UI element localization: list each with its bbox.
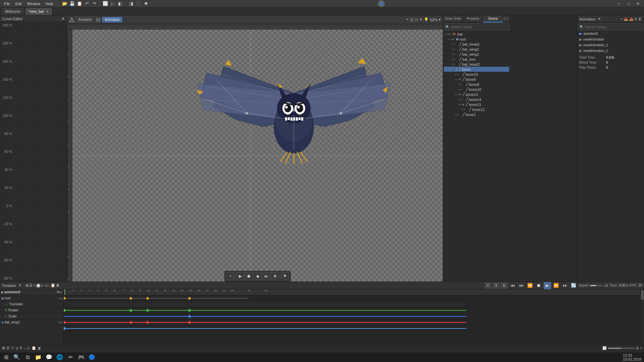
tree-item-bone8[interactable]: ▾ ╱ bone8 — [444, 77, 509, 82]
timeline-scroll-thumb[interactable] — [641, 290, 644, 300]
menu-edit[interactable]: Edit — [13, 1, 24, 6]
tab-new-bat[interactable]: *new_bat ✕ — [25, 7, 52, 15]
track-eye-icon[interactable]: 👁 — [57, 291, 60, 294]
tl-footer-icon1[interactable]: ⊞ — [2, 346, 5, 350]
tree-item-root[interactable]: ▾ ◈ root — [444, 37, 509, 42]
vp-keyframe-icon[interactable]: ◆ — [254, 272, 262, 280]
tree-item-bat-wing1[interactable]: ▸ ╱ bat_wing1 — [444, 52, 509, 57]
tree-item-bone10[interactable]: ▸ ╱ bone10 — [444, 87, 509, 92]
vp-stop-icon[interactable]: ⏹ — [245, 272, 253, 280]
filter-icon[interactable]: ▽ — [503, 17, 506, 21]
anim-item-1[interactable]: ▶ newAnimation — [577, 37, 644, 42]
kf-anim0-frame0[interactable] — [64, 297, 66, 300]
e-button[interactable]: E — [501, 283, 507, 289]
tb-icon5[interactable]: ⬛ — [135, 0, 142, 7]
tree-item-bone13[interactable]: ▾ ╱ bone13 — [444, 92, 509, 97]
scene-tab[interactable]: Scene — [483, 15, 503, 22]
kf-translate-8[interactable] — [129, 309, 132, 312]
tree-item-bone15[interactable]: ▸ ╱ bone15 — [444, 72, 509, 77]
tree-item-bone12[interactable]: ▸ ╱ bone12 — [444, 107, 509, 112]
pb-loop-icon[interactable]: 🔄 — [570, 282, 577, 289]
view-icon1[interactable]: ◫ — [410, 17, 414, 22]
speed-slider[interactable] — [590, 285, 603, 286]
tl-zoom-icon[interactable]: ⬜ — [602, 346, 606, 350]
kf-translate-0[interactable] — [64, 309, 66, 312]
property-tab[interactable]: Property — [463, 15, 483, 22]
taskbar-explorer[interactable]: 📁 — [34, 353, 43, 362]
curve-grid[interactable] — [13, 22, 67, 282]
tb-open-icon[interactable]: 📋 — [76, 0, 83, 7]
vp-play-icon[interactable]: ▶ — [236, 272, 244, 280]
vp-end-icon[interactable]: ⏭ — [262, 272, 270, 280]
pb-stop-icon[interactable]: ⏹ — [535, 282, 542, 289]
taskbar-task-view[interactable]: ⧉ — [23, 353, 32, 362]
taskbar-browser[interactable]: 🌐 — [55, 353, 64, 362]
taskbar-chat[interactable]: 💬 — [44, 353, 54, 362]
tree-item-bone9[interactable]: ▸ ╱ bone9 — [444, 82, 509, 87]
tb-icon2[interactable]: ▷ — [109, 0, 116, 7]
menu-window[interactable]: Window — [24, 1, 43, 6]
pb-play-icon[interactable]: ▶ — [544, 282, 551, 289]
vp-flag-icon[interactable]: ⚑ — [281, 272, 289, 280]
kf-anim0-frame8[interactable] — [129, 297, 132, 300]
tl-icon6[interactable]: 🗑 — [56, 283, 60, 288]
maximize-button[interactable]: □ — [624, 0, 633, 7]
menu-help[interactable]: Help — [43, 1, 56, 6]
taskbar-notepad[interactable]: ✏ — [66, 353, 75, 362]
pb-back-icon[interactable]: ⏪ — [526, 282, 534, 289]
kf-rotate-15[interactable] — [188, 315, 191, 318]
track-root-arrow[interactable]: ▸ — [60, 297, 62, 300]
tl-icon4[interactable]: ⬦ — [48, 283, 50, 288]
pb-next-icon[interactable]: ⏩ — [552, 282, 560, 289]
taskbar-app1[interactable]: 🎮 — [76, 353, 86, 362]
taskbar-app2[interactable]: 🔵 — [87, 353, 97, 362]
track-wing-eye[interactable]: • — [59, 321, 60, 324]
tb-new-icon[interactable]: 📂 — [61, 0, 68, 7]
tl-snap-icon[interactable]: ⊞ — [25, 283, 29, 288]
tree-item-bat-tors[interactable]: ▸ ╱ bat_tors — [444, 57, 509, 62]
draw-order-tab[interactable]: Draw Orde — [443, 15, 463, 22]
anim-item-0[interactable]: ▶ animtion0 — [577, 31, 644, 37]
tl-zoom-slider[interactable] — [608, 348, 635, 349]
anim-panel-close[interactable]: ✕ — [598, 17, 601, 21]
kf-translate-10[interactable] — [146, 309, 149, 312]
kf-scale-8[interactable] — [129, 321, 132, 324]
anim-delete-icon[interactable]: 🗑 — [638, 17, 642, 21]
minimize-button[interactable]: ─ — [614, 0, 624, 7]
vp-pos-icon[interactable]: ✥ — [271, 272, 279, 280]
tl-icon3[interactable]: ◁ — [44, 283, 47, 288]
anim-item-2[interactable]: ▶ newAnimation_1 — [577, 42, 644, 48]
tree-item-bat-head2[interactable]: ▸ ╱ bat_head2 — [444, 62, 509, 67]
pb-prev-icon[interactable]: ⏭ — [518, 282, 525, 289]
tl-footer-icon3[interactable]: ▽ — [11, 346, 14, 350]
kf-translate-15[interactable] — [188, 309, 191, 312]
animation-mode-button[interactable]: Animation — [102, 17, 122, 22]
cursor-icon[interactable]: ↖ — [406, 17, 409, 22]
tl-footer-add[interactable]: ↻ — [19, 346, 22, 350]
tl-icon2[interactable]: ▷ — [41, 283, 44, 288]
kf-scale-10[interactable] — [146, 321, 149, 324]
tb-icon1[interactable]: ⬜ — [102, 0, 109, 7]
tl-footer-del3[interactable]: 🗑 — [38, 346, 41, 350]
tree-item-bat-head1[interactable]: ▸ ╱ bat_head1 — [444, 42, 509, 47]
timeline-close[interactable]: ✕ — [18, 283, 21, 288]
pb-last-icon[interactable]: ⏭ — [561, 282, 569, 289]
search-library-input[interactable] — [451, 25, 507, 29]
view-icon3[interactable]: ☀ — [419, 17, 423, 22]
anim-export-icon[interactable]: 📤 — [629, 17, 634, 21]
track-wing-arrow[interactable]: ▸ — [60, 321, 62, 324]
tb-redo-icon[interactable]: ↷ — [91, 0, 98, 7]
taskbar-search[interactable]: 🔍 — [12, 353, 21, 362]
anim-item-3[interactable]: ▶ newAnimation_2 — [577, 48, 644, 54]
anim-add-icon[interactable]: + — [620, 17, 623, 21]
anim-search-input[interactable] — [585, 25, 642, 29]
pb-first-icon[interactable]: ⏮ — [509, 282, 516, 289]
menu-file[interactable]: File — [1, 1, 13, 6]
user-avatar[interactable]: 👤 — [378, 0, 385, 7]
vp-tool-1[interactable]: + — [226, 272, 234, 280]
c-button[interactable]: C — [485, 283, 491, 289]
kf-wing1-0[interactable] — [64, 327, 66, 330]
tl-footer-filter[interactable]: ⊿ — [15, 346, 18, 350]
armature-mode-button[interactable]: Armature — [76, 17, 94, 22]
tree-item-bone[interactable]: ▾ ╱ bone — [444, 67, 509, 72]
